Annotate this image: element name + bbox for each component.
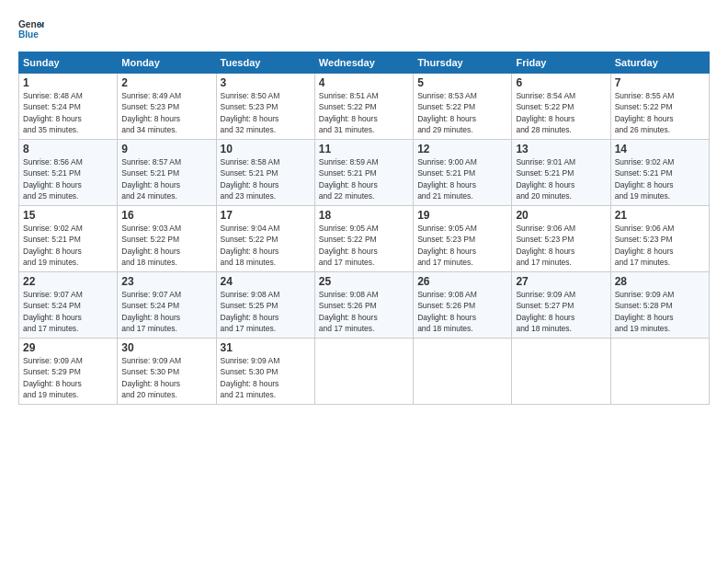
day-info: Sunrise: 8:57 AM Sunset: 5:21 PM Dayligh… <box>121 156 211 201</box>
calendar-cell: 28Sunrise: 9:09 AM Sunset: 5:28 PM Dayli… <box>610 272 709 339</box>
day-number: 1 <box>23 76 113 89</box>
day-number: 18 <box>319 209 409 222</box>
day-number: 2 <box>121 76 211 89</box>
day-info: Sunrise: 9:09 AM Sunset: 5:28 PM Dayligh… <box>615 289 705 334</box>
day-info: Sunrise: 8:49 AM Sunset: 5:23 PM Dayligh… <box>121 90 211 135</box>
day-number: 31 <box>221 341 311 354</box>
calendar-cell <box>314 339 413 405</box>
calendar-cell: 16Sunrise: 9:03 AM Sunset: 5:22 PM Dayli… <box>118 206 216 272</box>
calendar-cell: 30Sunrise: 9:09 AM Sunset: 5:30 PM Dayli… <box>118 339 216 405</box>
day-number: 22 <box>23 275 113 288</box>
day-info: Sunrise: 8:51 AM Sunset: 5:22 PM Dayligh… <box>319 90 409 135</box>
day-number: 28 <box>615 275 705 288</box>
day-number: 7 <box>615 76 705 89</box>
day-number: 16 <box>121 209 211 222</box>
week-row-5: 29Sunrise: 9:09 AM Sunset: 5:29 PM Dayli… <box>19 339 710 405</box>
day-info: Sunrise: 9:07 AM Sunset: 5:24 PM Dayligh… <box>23 289 113 334</box>
day-number: 30 <box>121 341 211 354</box>
day-number: 14 <box>615 143 705 155</box>
day-number: 20 <box>516 209 606 222</box>
calendar-cell: 7Sunrise: 8:55 AM Sunset: 5:22 PM Daylig… <box>610 74 709 140</box>
day-info: Sunrise: 9:00 AM Sunset: 5:21 PM Dayligh… <box>417 156 507 201</box>
day-info: Sunrise: 9:05 AM Sunset: 5:22 PM Dayligh… <box>319 223 409 268</box>
calendar-cell: 23Sunrise: 9:07 AM Sunset: 5:24 PM Dayli… <box>118 272 216 339</box>
col-header-monday: Monday <box>118 52 216 74</box>
calendar-cell: 6Sunrise: 8:54 AM Sunset: 5:22 PM Daylig… <box>512 74 610 140</box>
col-header-wednesday: Wednesday <box>314 52 413 74</box>
day-info: Sunrise: 8:56 AM Sunset: 5:21 PM Dayligh… <box>23 156 113 201</box>
day-info: Sunrise: 8:58 AM Sunset: 5:21 PM Dayligh… <box>221 156 311 201</box>
calendar-cell: 12Sunrise: 9:00 AM Sunset: 5:21 PM Dayli… <box>414 140 512 206</box>
calendar-cell: 25Sunrise: 9:08 AM Sunset: 5:26 PM Dayli… <box>314 272 413 339</box>
calendar-cell: 26Sunrise: 9:08 AM Sunset: 5:26 PM Dayli… <box>414 272 512 339</box>
calendar-cell: 4Sunrise: 8:51 AM Sunset: 5:22 PM Daylig… <box>314 74 413 140</box>
calendar-cell: 5Sunrise: 8:53 AM Sunset: 5:22 PM Daylig… <box>414 74 512 140</box>
day-number: 29 <box>23 341 113 354</box>
calendar-cell: 20Sunrise: 9:06 AM Sunset: 5:23 PM Dayli… <box>512 206 610 272</box>
day-number: 17 <box>221 209 311 222</box>
week-row-4: 22Sunrise: 9:07 AM Sunset: 5:24 PM Dayli… <box>19 272 710 339</box>
day-number: 21 <box>615 209 705 222</box>
col-header-thursday: Thursday <box>414 52 512 74</box>
calendar-cell <box>414 339 512 405</box>
calendar-cell: 29Sunrise: 9:09 AM Sunset: 5:29 PM Dayli… <box>19 339 118 405</box>
calendar-cell: 13Sunrise: 9:01 AM Sunset: 5:21 PM Dayli… <box>512 140 610 206</box>
day-info: Sunrise: 9:06 AM Sunset: 5:23 PM Dayligh… <box>615 223 705 268</box>
day-number: 15 <box>23 209 113 222</box>
calendar-cell <box>512 339 610 405</box>
col-header-saturday: Saturday <box>610 52 709 74</box>
day-info: Sunrise: 8:53 AM Sunset: 5:22 PM Dayligh… <box>417 90 507 135</box>
day-info: Sunrise: 9:08 AM Sunset: 5:26 PM Dayligh… <box>417 289 507 334</box>
calendar-cell: 27Sunrise: 9:09 AM Sunset: 5:27 PM Dayli… <box>512 272 610 339</box>
day-number: 4 <box>319 76 409 89</box>
day-number: 8 <box>23 143 113 155</box>
day-info: Sunrise: 9:09 AM Sunset: 5:30 PM Dayligh… <box>121 355 211 400</box>
logo: General Blue <box>18 17 44 42</box>
header: General Blue <box>18 17 710 42</box>
calendar-cell: 3Sunrise: 8:50 AM Sunset: 5:23 PM Daylig… <box>216 74 314 140</box>
day-info: Sunrise: 9:02 AM Sunset: 5:21 PM Dayligh… <box>23 223 113 268</box>
calendar-cell: 9Sunrise: 8:57 AM Sunset: 5:21 PM Daylig… <box>118 140 216 206</box>
calendar-cell: 11Sunrise: 8:59 AM Sunset: 5:21 PM Dayli… <box>314 140 413 206</box>
header-row: SundayMondayTuesdayWednesdayThursdayFrid… <box>19 52 710 74</box>
calendar-cell: 10Sunrise: 8:58 AM Sunset: 5:21 PM Dayli… <box>216 140 314 206</box>
day-number: 19 <box>417 209 507 222</box>
calendar-cell: 24Sunrise: 9:08 AM Sunset: 5:25 PM Dayli… <box>216 272 314 339</box>
calendar-cell: 1Sunrise: 8:48 AM Sunset: 5:24 PM Daylig… <box>19 74 118 140</box>
week-row-3: 15Sunrise: 9:02 AM Sunset: 5:21 PM Dayli… <box>19 206 710 272</box>
day-number: 12 <box>417 143 507 155</box>
svg-text:Blue: Blue <box>18 29 39 40</box>
day-info: Sunrise: 8:48 AM Sunset: 5:24 PM Dayligh… <box>23 90 113 135</box>
day-number: 3 <box>221 76 311 89</box>
week-row-1: 1Sunrise: 8:48 AM Sunset: 5:24 PM Daylig… <box>19 74 710 140</box>
calendar-cell <box>610 339 709 405</box>
day-number: 6 <box>516 76 606 89</box>
calendar-cell: 21Sunrise: 9:06 AM Sunset: 5:23 PM Dayli… <box>610 206 709 272</box>
day-info: Sunrise: 9:02 AM Sunset: 5:21 PM Dayligh… <box>615 156 705 201</box>
day-number: 10 <box>221 143 311 155</box>
day-info: Sunrise: 9:09 AM Sunset: 5:27 PM Dayligh… <box>516 289 606 334</box>
day-info: Sunrise: 9:08 AM Sunset: 5:25 PM Dayligh… <box>221 289 311 334</box>
calendar-cell: 17Sunrise: 9:04 AM Sunset: 5:22 PM Dayli… <box>216 206 314 272</box>
day-number: 27 <box>516 275 606 288</box>
day-info: Sunrise: 9:04 AM Sunset: 5:22 PM Dayligh… <box>221 223 311 268</box>
day-number: 23 <box>121 275 211 288</box>
calendar-cell: 31Sunrise: 9:09 AM Sunset: 5:30 PM Dayli… <box>216 339 314 405</box>
calendar-cell: 19Sunrise: 9:05 AM Sunset: 5:23 PM Dayli… <box>414 206 512 272</box>
day-info: Sunrise: 8:55 AM Sunset: 5:22 PM Dayligh… <box>615 90 705 135</box>
day-info: Sunrise: 9:08 AM Sunset: 5:26 PM Dayligh… <box>319 289 409 334</box>
day-number: 25 <box>319 275 409 288</box>
day-info: Sunrise: 9:06 AM Sunset: 5:23 PM Dayligh… <box>516 223 606 268</box>
day-number: 26 <box>417 275 507 288</box>
col-header-tuesday: Tuesday <box>216 52 314 74</box>
day-info: Sunrise: 8:59 AM Sunset: 5:21 PM Dayligh… <box>319 156 409 201</box>
day-number: 9 <box>121 143 211 155</box>
day-info: Sunrise: 9:09 AM Sunset: 5:30 PM Dayligh… <box>221 355 311 400</box>
day-number: 11 <box>319 143 409 155</box>
calendar-page: General Blue SundayMondayTuesdayWednesda… <box>0 0 728 563</box>
day-info: Sunrise: 8:50 AM Sunset: 5:23 PM Dayligh… <box>221 90 311 135</box>
day-info: Sunrise: 9:01 AM Sunset: 5:21 PM Dayligh… <box>516 156 606 201</box>
day-info: Sunrise: 9:05 AM Sunset: 5:23 PM Dayligh… <box>417 223 507 268</box>
calendar-cell: 22Sunrise: 9:07 AM Sunset: 5:24 PM Dayli… <box>19 272 118 339</box>
day-number: 24 <box>221 275 311 288</box>
